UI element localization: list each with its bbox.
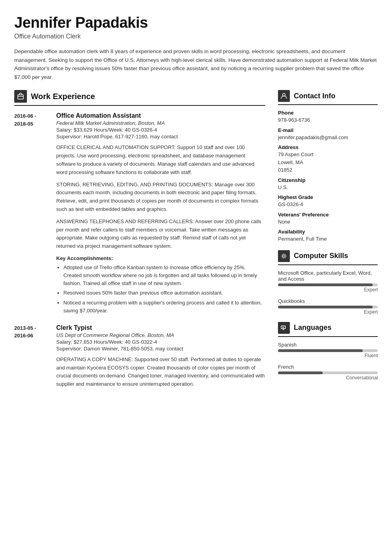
contact-info-divider <box>278 104 378 105</box>
contact-email-value: jennifer.papadakis@gmail.com <box>278 134 378 142</box>
accomplishment-1-3: Noticed a recurring problem with a suppl… <box>63 299 265 315</box>
skill-1-name: Microsoft Office, particularly Excel, Wo… <box>278 270 378 282</box>
svg-point-3 <box>283 255 285 257</box>
job-1-dates: 2016-06 - 2018-05 <box>14 112 50 316</box>
contact-field-veterans: Veterans' Preference None <box>278 212 378 226</box>
languages-label: Languages <box>294 323 331 332</box>
lang-1-bar-fill <box>278 349 363 352</box>
skill-2-bar-bg <box>278 306 378 308</box>
lang-2-level: Conversational <box>278 375 378 381</box>
main-layout: Work Experience 2016-06 - 2018-05 Office… <box>14 90 378 541</box>
job-1-accomplishments-label: Key Accomplishments: <box>56 255 265 261</box>
skill-1-bar-bg <box>278 283 378 286</box>
contact-availability-value: Permanent, Full Time <box>278 235 378 243</box>
computer-skills-label: Computer Skills <box>294 252 348 260</box>
lang-2-bar-bg <box>278 371 378 374</box>
contact-phone-label: Phone <box>278 110 378 116</box>
work-experience-icon <box>14 90 27 103</box>
header: Jennifer Papadakis Office Automation Cle… <box>14 14 378 40</box>
contact-field-address: Address 79 Aspen CourtLowell, MA01852 <box>278 144 378 174</box>
work-experience-heading: Work Experience <box>14 90 265 103</box>
lang-item-1: Spanish Fluent <box>278 342 378 358</box>
left-column: Work Experience 2016-06 - 2018-05 Office… <box>14 90 265 541</box>
contact-availability-label: Availability <box>278 229 378 235</box>
languages-heading: Languages <box>278 322 378 334</box>
accomplishment-1-1: Adopted use of Trello office Kanban syst… <box>63 264 265 287</box>
job-2-content: Clerk Typist US Dept of Commerce Regiona… <box>56 324 265 388</box>
skill-2-name: Quickbooks <box>278 298 378 304</box>
contact-info-heading: Contact Info <box>278 90 378 102</box>
right-column: Contact Info Phone 978-963-6736 E-mail j… <box>278 90 378 541</box>
lang-1-level: Fluent <box>278 353 378 358</box>
skill-item-2: Quickbooks Expert <box>278 298 378 315</box>
job-2-desc-1: OPERATING A COPY MACHINE: Supported over… <box>56 356 265 388</box>
skill-1-level: Expert <box>278 287 378 293</box>
contact-grade-value: GS-0326-4 <box>278 201 378 209</box>
contact-field-grade: Highest Grade GS-0326-4 <box>278 194 378 209</box>
contact-info-icon <box>278 90 290 102</box>
contact-veterans-value: None <box>278 218 378 226</box>
contact-veterans-label: Veterans' Preference <box>278 212 378 218</box>
job-1-accomplishments-list: Adopted use of Trello office Kanban syst… <box>56 264 265 315</box>
languages-section: Languages Spanish Fluent French Conversa… <box>278 322 378 381</box>
contact-grade-label: Highest Grade <box>278 194 378 200</box>
lang-1-bar-bg <box>278 349 378 352</box>
computer-skills-icon <box>278 250 290 262</box>
candidate-title: Office Automation Clerk <box>14 33 378 40</box>
contact-address-value: 79 Aspen CourtLowell, MA01852 <box>278 151 378 174</box>
contact-field-availability: Availability Permanent, Full Time <box>278 229 378 243</box>
computer-skills-divider <box>278 264 378 265</box>
svg-rect-0 <box>18 95 23 99</box>
computer-skills-heading: Computer Skills <box>278 250 378 262</box>
lang-2-bar-fill <box>278 371 323 374</box>
contact-info-label: Contact Info <box>294 92 335 100</box>
lang-item-2: French Conversational <box>278 364 378 381</box>
job-1-desc-3: ANSWERING TELEPHONES AND REFERRING CALLE… <box>56 218 265 251</box>
languages-icon <box>278 322 290 334</box>
contact-field-phone: Phone 978-963-6736 <box>278 110 378 124</box>
contact-citizenship-label: Citizenship <box>278 177 378 183</box>
job-2-title: Clerk Typist <box>56 324 265 331</box>
job-1-salary: Salary: $33,629 Hours/Week: 40 GS-0326-4 <box>56 127 265 133</box>
job-2-dates: 2013-05 - 2016-06 <box>14 324 50 388</box>
skill-2-bar-fill <box>278 306 373 308</box>
job-2-salary: Salary: $27,653 Hours/Week: 40 GS-0322-4 <box>56 339 265 345</box>
contact-field-citizenship: Citizenship U.S. <box>278 177 378 191</box>
lang-2-name: French <box>278 364 378 370</box>
job-1-content: Office Automation Assistant Federal Milk… <box>56 112 265 316</box>
job-entry-1: 2016-06 - 2018-05 Office Automation Assi… <box>14 112 265 316</box>
job-2-supervisor: Supervisor: Damon Weiner, 781-850-5053, … <box>56 346 265 352</box>
lang-1-name: Spanish <box>278 342 378 348</box>
languages-divider <box>278 336 378 337</box>
contact-phone-value: 978-963-6736 <box>278 116 378 124</box>
computer-skills-section: Computer Skills Microsoft Office, partic… <box>278 250 378 315</box>
contact-email-label: E-mail <box>278 127 378 133</box>
job-1-desc-1: OFFICE CLERICAL AND AUTOMATION SUPPORT: … <box>56 144 265 176</box>
job-1-supervisor: Supervisor: Harold Pope, 617-927-1160, m… <box>56 134 265 140</box>
job-2-org: US Dept of Commerce Regional Office, Bos… <box>56 332 265 338</box>
accomplishment-1-2: Resolved issues 50% faster than previous… <box>63 289 265 297</box>
contact-info-section: Contact Info Phone 978-963-6736 E-mail j… <box>278 90 378 243</box>
summary-text: Dependable office automation clerk with … <box>14 47 378 81</box>
job-1-desc-2: STORING, RETRIEVING, EDITING, AND PRINTI… <box>56 181 265 214</box>
skill-1-bar-fill <box>278 283 373 286</box>
job-1-org: Federal Milk Market Administration, Bost… <box>56 120 265 126</box>
job-1-title: Office Automation Assistant <box>56 112 265 119</box>
candidate-name: Jennifer Papadakis <box>14 14 378 31</box>
work-experience-label: Work Experience <box>31 92 95 101</box>
contact-address-label: Address <box>278 144 378 150</box>
resume-page: Jennifer Papadakis Office Automation Cle… <box>0 0 392 555</box>
work-experience-divider <box>14 105 265 106</box>
skill-item-1: Microsoft Office, particularly Excel, Wo… <box>278 270 378 293</box>
job-entry-2: 2013-05 - 2016-06 Clerk Typist US Dept o… <box>14 324 265 388</box>
contact-field-email: E-mail jennifer.papadakis@gmail.com <box>278 127 378 142</box>
contact-citizenship-value: U.S. <box>278 184 378 191</box>
skill-2-level: Expert <box>278 309 378 315</box>
